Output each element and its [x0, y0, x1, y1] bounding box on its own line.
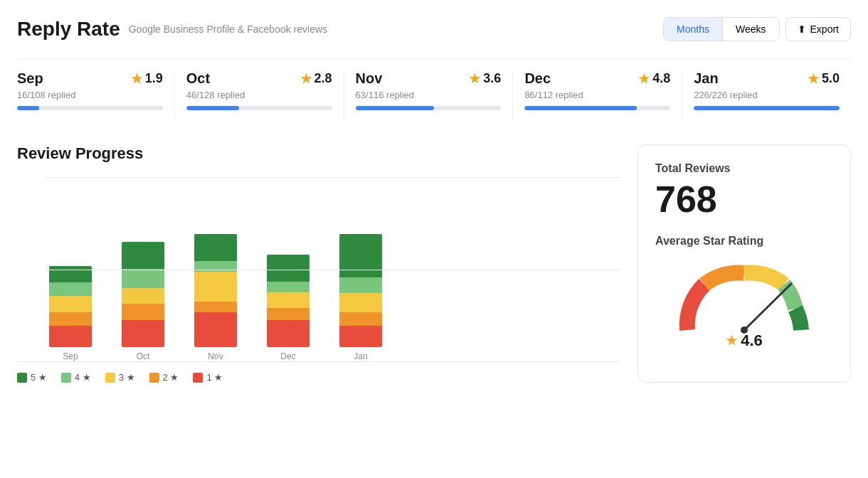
month-header: Oct ★ 2.8: [186, 70, 332, 87]
seg-5-star: [339, 234, 382, 277]
progress-bar: [186, 106, 332, 110]
bottom-section: Review Progress Sep Oct Nov: [17, 144, 851, 383]
progress-fill: [17, 106, 39, 110]
export-label: Export: [810, 23, 839, 35]
month-replied: 86/112 replied: [524, 90, 670, 100]
gauge-star-icon: ★: [726, 333, 737, 349]
seg-3-star: [267, 292, 309, 309]
seg-1-star: [194, 312, 237, 347]
legend-item: 2 ★: [149, 372, 179, 383]
seg-4-star: [339, 277, 382, 294]
star-icon: ★: [300, 71, 312, 87]
seg-3-star: [49, 296, 92, 312]
bar-group-dec: Dec: [263, 255, 313, 361]
legend-label: 1 ★: [206, 372, 223, 383]
month-rating: ★ 3.6: [469, 71, 501, 87]
bar-label: Jan: [354, 351, 367, 361]
rating-value: 5.0: [822, 71, 840, 86]
total-reviews-title: Total Reviews: [655, 162, 731, 175]
month-name: Dec: [524, 70, 551, 87]
page-title: Reply Rate: [17, 18, 120, 41]
seg-3-star: [122, 288, 164, 304]
export-button[interactable]: ⬆ Export: [785, 17, 851, 41]
rating-value: 2.8: [314, 71, 332, 86]
month-replied: 63/116 replied: [356, 90, 502, 100]
seg-1-star: [267, 320, 309, 347]
seg-4-star: [267, 282, 309, 292]
month-card-jan: Jan ★ 5.0 226/226 replied: [694, 70, 851, 122]
seg-5-star: [122, 242, 164, 269]
progress-fill: [524, 106, 637, 110]
month-rating: ★ 4.8: [638, 71, 670, 87]
gauge-value: ★ 4.6: [726, 331, 763, 350]
stacked-bar: [122, 242, 164, 347]
seg-3-star: [194, 272, 237, 302]
header-left: Reply Rate Google Business Profile & Fac…: [17, 18, 327, 41]
legend-item: 3 ★: [105, 372, 135, 383]
seg-1-star: [122, 320, 164, 347]
seg-2-star: [267, 308, 309, 320]
legend-item: 4 ★: [61, 372, 91, 383]
month-name: Jan: [694, 70, 718, 87]
gauge-chart: [673, 259, 815, 337]
seg-3-star: [339, 293, 382, 312]
bar-label: Sep: [63, 351, 78, 361]
bar-label: Nov: [208, 351, 223, 361]
months-button[interactable]: Months: [664, 18, 723, 41]
weeks-button[interactable]: Weeks: [723, 18, 779, 41]
month-header: Nov ★ 3.6: [356, 70, 502, 87]
month-card-sep: Sep ★ 1.9 16/108 replied: [17, 70, 175, 122]
header: Reply Rate Google Business Profile & Fac…: [17, 17, 851, 41]
header-subtitle: Google Business Profile & Facebook revie…: [129, 23, 327, 35]
progress-fill: [356, 106, 435, 110]
star-icon: ★: [131, 71, 142, 87]
bar-group-sep: Sep: [46, 266, 95, 361]
month-header: Sep ★ 1.9: [17, 70, 163, 87]
seg-2-star: [122, 304, 164, 320]
legend-color: [17, 373, 27, 383]
legend-color: [61, 373, 71, 383]
seg-1-star: [49, 326, 92, 347]
legend-color: [149, 373, 159, 383]
avg-rating-value: 4.6: [741, 331, 763, 350]
progress-bar: [17, 106, 163, 110]
month-replied: 226/226 replied: [694, 90, 840, 100]
avg-rating-title: Average Star Rating: [655, 235, 763, 248]
rating-value: 1.9: [145, 71, 163, 86]
progress-bar: [356, 106, 502, 110]
legend-label: 4 ★: [75, 372, 91, 383]
seg-1-star: [339, 326, 382, 347]
seg-2-star: [49, 312, 92, 326]
seg-4-star: [122, 269, 164, 288]
gauge-container: ★ 4.6: [655, 259, 833, 350]
month-replied: 16/108 replied: [17, 90, 163, 100]
bar-group-jan: Jan: [336, 234, 386, 361]
progress-fill: [186, 106, 239, 110]
progress-bar: [524, 106, 670, 110]
month-card-oct: Oct ★ 2.8 46/128 replied: [186, 70, 344, 122]
export-icon: ⬆: [798, 23, 806, 35]
chart-title: Review Progress: [17, 144, 620, 163]
month-card-dec: Dec ★ 4.8 86/112 replied: [524, 70, 682, 122]
months-row: Sep ★ 1.9 16/108 replied Oct ★ 2.8 46/12…: [17, 58, 851, 122]
chart-legend: 5 ★ 4 ★ 3 ★ 2 ★ 1 ★: [17, 372, 620, 383]
star-icon: ★: [808, 71, 819, 87]
month-name: Oct: [186, 70, 210, 87]
month-rating: ★ 1.9: [131, 71, 163, 87]
bar-label: Dec: [280, 351, 295, 361]
rating-value: 3.6: [483, 71, 501, 86]
seg-2-star: [194, 302, 237, 312]
bar-label: Oct: [137, 351, 150, 361]
month-rating: ★ 5.0: [808, 71, 840, 87]
stacked-bar: [194, 234, 237, 347]
month-rating: ★ 2.8: [300, 71, 332, 87]
month-card-nov: Nov ★ 3.6 63/116 replied: [356, 70, 514, 122]
legend-item: 5 ★: [17, 372, 47, 383]
legend-color: [105, 373, 115, 383]
seg-5-star: [194, 234, 237, 261]
month-name: Nov: [356, 70, 383, 87]
progress-fill: [694, 106, 840, 110]
seg-5-star: [49, 266, 92, 282]
stacked-bar: [339, 234, 382, 347]
legend-item: 1 ★: [193, 372, 223, 383]
